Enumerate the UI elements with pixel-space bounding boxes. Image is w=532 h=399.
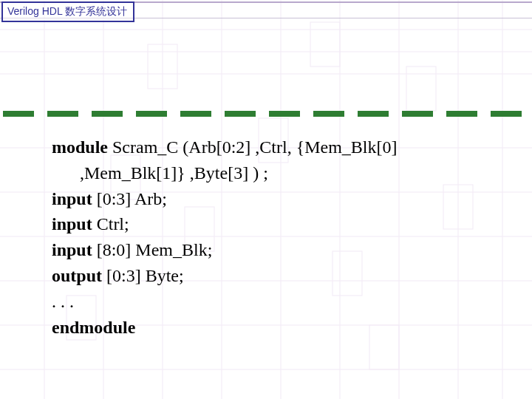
code-line-3: input [0:3] Arb; [52,186,495,212]
kw-output: output [52,266,102,285]
kw-input-2: input [52,214,92,233]
code-l1-rest: Scram_C (Arb[0:2] ,Ctrl, {Mem_Blk[0] [108,137,397,157]
code-block: module Scram_C (Arb[0:2] ,Ctrl, {Mem_Blk… [52,134,495,340]
kw-module: module [52,137,108,157]
svg-rect-26 [148,44,177,89]
code-line-1: module Scram_C (Arb[0:2] ,Ctrl, {Mem_Blk… [52,134,495,160]
code-line-2: ,Mem_Blk[1]} ,Byte[3] ) ; [52,160,495,186]
code-line-4: input Ctrl; [52,211,495,237]
header-tab: Verilog HDL 数字系统设计 [1,1,134,22]
kw-input-3: input [52,240,92,259]
code-line-6: output [0:3] Byte; [52,263,495,289]
code-l6-rest: [0:3] Byte; [102,266,184,285]
code-l4-rest: Ctrl; [92,214,129,233]
svg-rect-27 [310,22,340,66]
svg-rect-22 [406,66,436,111]
slide: Verilog HDL 数字系统设计 module Scram_C (Arb[0… [0,0,532,399]
code-l5-rest: [8:0] Mem_Blk; [92,240,213,259]
code-l3-rest: [0:3] Arb; [92,189,167,208]
kw-endmodule: endmodule [52,318,135,337]
green-dashed-rule [0,111,532,117]
code-line-8: endmodule [52,315,495,341]
code-line-5: input [8:0] Mem_Blk; [52,237,495,263]
code-line-7: . . . [52,289,495,315]
kw-input-1: input [52,189,92,208]
header-tab-text: Verilog HDL 数字系统设计 [7,5,127,17]
